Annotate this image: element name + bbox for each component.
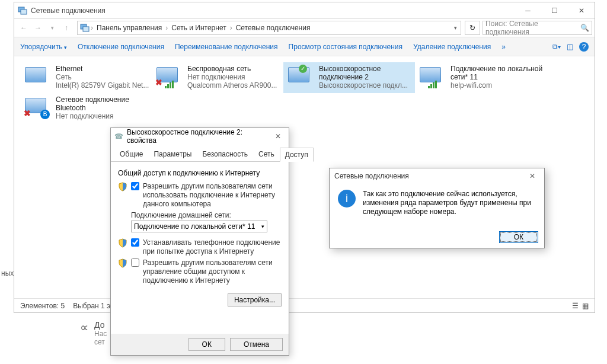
message-close-button[interactable]: ✕ — [525, 172, 539, 180]
connections-list: EthernetСетьIntel(R) 82579V Gigabit Net.… — [14, 56, 595, 130]
statusbar: Элементов: 5 Выбран 1 элем ☰▦ — [14, 298, 595, 312]
shield-icon — [118, 258, 127, 268]
up-button[interactable]: ↑ — [59, 21, 74, 35]
properties-tabs: Общие Параметры Безопасность Сеть Доступ — [111, 145, 289, 162]
dial-on-demand-label: Устанавливать телефонное подключение при… — [143, 238, 282, 256]
window-title: Сетевые подключения — [31, 7, 106, 15]
tab-general[interactable]: Общие — [114, 147, 148, 161]
organize-menu[interactable]: Упорядочить — [20, 43, 67, 51]
preview-pane-icon[interactable]: ◫ — [567, 43, 573, 51]
tab-sharing[interactable]: Доступ — [280, 148, 314, 162]
clipped-text: ных — [0, 268, 15, 279]
message-text: Так как это подключение сейчас используе… — [363, 190, 536, 216]
connection-ethernet[interactable]: EthernetСетьIntel(R) 82579V Gigabit Net.… — [20, 62, 152, 93]
search-placeholder: Поиск: Сетевые подключения — [485, 20, 580, 36]
allow-control-checkbox[interactable] — [131, 258, 139, 267]
allow-sharing-checkbox[interactable] — [131, 182, 139, 190]
crumb-drop-icon[interactable]: ▾ — [454, 25, 461, 31]
disabled-icon: ✖ — [24, 108, 31, 118]
delete-connection[interactable]: Удаление подключения — [413, 43, 491, 51]
chevron-down-icon: ▾ — [261, 223, 264, 229]
address-bar: ← → ▾ ↑ › Панель управления› Сеть и Инте… — [14, 18, 595, 37]
details-view-icon[interactable]: ☰ — [572, 302, 579, 310]
home-network-label: Подключение домашней сети: — [131, 211, 282, 219]
message-title: Сетевые подключения — [334, 172, 409, 180]
below-window-fragment: ∝ До Нас сет — [80, 320, 107, 346]
sharing-group-title: Общий доступ к подключению к Интернету — [118, 169, 282, 177]
info-icon: i — [338, 190, 356, 207]
search-icon: 🔍 — [580, 24, 589, 32]
connection-broadband[interactable]: ✓ Высокоскоростное подключение 2Высокоск… — [283, 62, 415, 93]
dial-on-demand-checkbox[interactable] — [131, 238, 139, 247]
tab-network[interactable]: Сеть — [253, 147, 280, 161]
message-titlebar: Сетевые подключения ✕ — [330, 168, 544, 184]
connection-bluetooth[interactable]: ✖B Сетевое подключение BluetoothНет подк… — [20, 93, 152, 124]
tab-options[interactable]: Параметры — [148, 147, 197, 161]
close-button[interactable]: ✕ — [568, 2, 595, 18]
modem-icon: ☎ — [114, 132, 123, 141]
item-count: Элементов: 5 — [20, 302, 65, 310]
share-icon: ∝ — [80, 320, 88, 346]
recent-button[interactable]: ▾ — [45, 21, 59, 35]
search-input[interactable]: Поиск: Сетевые подключения 🔍 — [483, 21, 592, 35]
connection-lan11[interactable]: Подключение по локальной сети* 11help-wi… — [415, 62, 547, 93]
rename-connection[interactable]: Переименование подключения — [175, 43, 278, 51]
icons-view-icon[interactable]: ▦ — [582, 302, 589, 310]
ok-button[interactable]: ОК — [189, 338, 225, 351]
app-icon — [18, 6, 27, 15]
bluetooth-icon: B — [40, 110, 50, 119]
allow-sharing-label: Разрешить другим пользователям сети испо… — [143, 182, 282, 209]
allow-control-label: Разрешить другим пользователям сети упра… — [143, 258, 282, 285]
view-options-icon[interactable]: ⧉▾ — [552, 43, 561, 51]
tab-security[interactable]: Безопасность — [197, 147, 253, 161]
properties-titlebar: ☎ Высокоскоростное подключение 2: свойст… — [111, 128, 289, 145]
refresh-button[interactable]: ↻ — [465, 21, 480, 35]
crumb-0[interactable]: Панель управления — [94, 24, 164, 32]
connected-icon: ✓ — [299, 65, 307, 73]
cancel-button[interactable]: Отмена — [230, 338, 283, 351]
help-icon[interactable]: ? — [579, 42, 589, 52]
view-status[interactable]: Просмотр состояния подключения — [289, 43, 402, 51]
settings-button[interactable]: Настройка... — [228, 293, 282, 306]
disabled-icon: ✖ — [155, 78, 162, 87]
titlebar: Сетевые подключения ─ ☐ ✕ — [14, 2, 595, 18]
svg-rect-3 — [83, 27, 89, 31]
properties-dialog: ☎ Высокоскоростное подключение 2: свойст… — [110, 127, 289, 356]
breadcrumb[interactable]: › Панель управления› Сеть и Интернет› Се… — [77, 21, 461, 35]
disable-connection[interactable]: Отключение подключения — [78, 43, 164, 51]
more-button[interactable]: » — [501, 43, 506, 51]
forward-button[interactable]: → — [31, 21, 45, 35]
toolbar: Упорядочить Отключение подключения Переи… — [14, 37, 595, 56]
svg-rect-1 — [21, 9, 27, 14]
connection-wireless[interactable]: ✖ Беспроводная сетьНет подключенияQualco… — [152, 62, 283, 93]
maximize-button[interactable]: ☐ — [541, 2, 568, 18]
message-dialog: Сетевые подключения ✕ i Так как это подк… — [329, 168, 545, 248]
crumb-1[interactable]: Сеть и Интернет — [169, 24, 228, 32]
home-network-select[interactable]: Подключение по локальной сети* 11 ▾ — [131, 221, 267, 232]
properties-title: Высокоскоростное подключение 2: свойства — [127, 128, 271, 145]
minimize-button[interactable]: ─ — [515, 2, 541, 18]
message-ok-button[interactable]: ОК — [499, 231, 538, 243]
shield-icon — [118, 238, 127, 248]
shield-icon — [118, 182, 127, 191]
breadcrumb-icon — [80, 23, 90, 33]
crumb-2[interactable]: Сетевые подключения — [234, 24, 313, 32]
properties-close-button[interactable]: ✕ — [271, 132, 285, 141]
back-button[interactable]: ← — [17, 21, 31, 35]
